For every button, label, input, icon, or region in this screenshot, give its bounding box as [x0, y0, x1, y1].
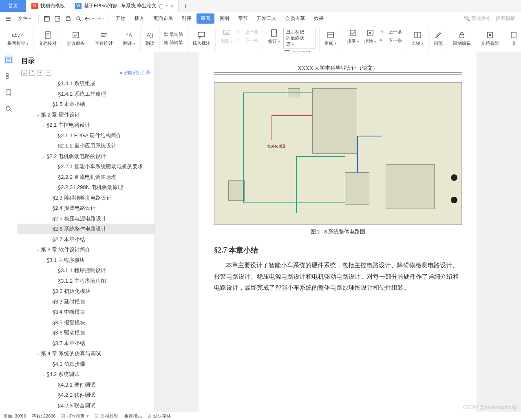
- toc-item[interactable]: ⌄第 2 章 硬件设计: [17, 110, 155, 120]
- menu-effects[interactable]: 效果: [310, 13, 328, 24]
- menu-devtools[interactable]: 开发工具: [253, 13, 280, 24]
- toc-item[interactable]: ⌄§4.2 系统调试: [17, 369, 155, 380]
- preview-icon[interactable]: [74, 14, 84, 24]
- translate-button[interactable]: ᵃA翻译: [121, 30, 137, 47]
- toc-item[interactable]: §1.4.1 系统组成: [17, 78, 155, 89]
- simp-to-trad-button[interactable]: 简 简转繁: [163, 39, 184, 46]
- menu-chapter[interactable]: 章节: [234, 13, 252, 24]
- status-compat[interactable]: 兼容模式: [124, 413, 142, 419]
- toc-item[interactable]: §3.4 中断模块: [17, 307, 155, 317]
- status-missingfont[interactable]: ⚠缺失字体: [148, 413, 171, 419]
- doc2-button[interactable]: 文: [508, 30, 520, 47]
- toc-minus[interactable]: −: [46, 70, 51, 76]
- review-pane-button[interactable]: 审阅: [323, 30, 338, 47]
- chevron-down-icon[interactable]: ⌄: [41, 153, 46, 159]
- close-icon[interactable]: ×: [170, 3, 173, 9]
- tab-document[interactable]: W 基于FPGA的智...车系统 毕业论文 ▢ • ×: [70, 0, 179, 12]
- toc-expand-all[interactable]: ⌃: [29, 70, 35, 76]
- read-button[interactable]: A))朗读: [144, 30, 156, 47]
- status-page[interactable]: 页面: 30/63: [3, 413, 26, 419]
- toc-item[interactable]: ⌄第 3 章 软件设计简介: [17, 244, 155, 255]
- toc-item[interactable]: ⌄第 4 章 系统的仿真与调试: [17, 348, 155, 359]
- redo-icon[interactable]: [95, 14, 105, 24]
- tab-actions-icon[interactable]: •: [166, 3, 168, 9]
- toc-item[interactable]: §3.5 报警模块: [17, 317, 155, 328]
- toc-item[interactable]: §1.5 本章小结: [17, 99, 155, 110]
- menu-ref[interactable]: 引用: [178, 13, 196, 24]
- status-doccheck[interactable]: ☑文档校对: [95, 413, 118, 419]
- toc-item[interactable]: §4.2.3 联合调试: [17, 400, 155, 411]
- status-spellcheck[interactable]: ☑拼写检查▾: [61, 413, 89, 419]
- menu-insert[interactable]: 插入: [130, 13, 148, 24]
- toc-plus[interactable]: +: [38, 70, 43, 76]
- next-comment-button[interactable]: ▹下一条: [236, 36, 259, 44]
- tab-home[interactable]: 首页: [0, 0, 26, 12]
- toc-item[interactable]: §2.6 系统整体电路设计: [17, 224, 155, 234]
- menu-layout[interactable]: 页面布局: [149, 13, 177, 24]
- toc-item[interactable]: §2.2.2 直流电机调速原理: [17, 172, 155, 183]
- toc-item[interactable]: ⌄§2.1 主控电路设计: [17, 120, 155, 130]
- restrict-button[interactable]: 限制编辑: [451, 30, 472, 47]
- menu-review[interactable]: 审阅: [196, 13, 214, 24]
- undo-icon[interactable]: [84, 14, 94, 24]
- menu-view[interactable]: 视图: [215, 13, 233, 24]
- bookmark-icon[interactable]: [4, 88, 13, 97]
- toc-item[interactable]: §4.2.1 硬件调试: [17, 380, 155, 390]
- wordcount-button[interactable]: 字数统计: [93, 30, 115, 47]
- prev-change-button[interactable]: ◃上一条: [380, 28, 403, 36]
- toc-item[interactable]: ⌄§2.2 电机驱动电路的设计: [17, 151, 155, 162]
- tab-new[interactable]: +: [179, 0, 192, 12]
- toc-item[interactable]: §4.1 仿真步骤: [17, 359, 155, 369]
- toc-item[interactable]: §2.1.1 FPGA 硬件结构简介: [17, 130, 155, 141]
- toc-item[interactable]: §3.2 初始化模块: [17, 286, 155, 297]
- toc-smart-recognize[interactable]: 智能识别目录: [120, 70, 150, 76]
- menu-file[interactable]: 文件: [14, 15, 35, 22]
- menu-start[interactable]: 开始: [112, 13, 130, 24]
- chevron-down-icon[interactable]: ⌄: [41, 257, 46, 263]
- approve-button[interactable]: 批改服务: [65, 30, 86, 47]
- save-as-icon[interactable]: [53, 14, 62, 24]
- chevron-down-icon[interactable]: ⌄: [35, 350, 41, 356]
- toc-item[interactable]: §3.7 本章小结: [17, 338, 155, 349]
- status-words[interactable]: 字数: 22896: [32, 413, 56, 419]
- trad-to-simp-button[interactable]: 繁 繁转简: [163, 31, 184, 38]
- toc-item[interactable]: §2.1.2 最小应用系统设计: [17, 141, 155, 151]
- chevron-down-icon[interactable]: ⌄: [35, 246, 41, 253]
- toc-item[interactable]: §2.5 稳压电源电路设计: [17, 213, 155, 224]
- search-input[interactable]: 查找命令、搜索模板: [461, 14, 518, 23]
- insert-comment-button[interactable]: 插入批注: [191, 30, 212, 47]
- doccheck-button[interactable]: 文档校对: [37, 30, 58, 47]
- next-change-button[interactable]: ▹下一条: [380, 36, 403, 44]
- accept-button[interactable]: 接受: [345, 28, 361, 45]
- toc-item[interactable]: §4.2.2 软件调试: [17, 390, 155, 400]
- pen-button[interactable]: 画笔: [432, 30, 444, 47]
- perm-button[interactable]: 文档权限: [479, 30, 501, 47]
- toc-item[interactable]: §2.7 本章小结: [17, 234, 155, 245]
- save-icon[interactable]: [42, 14, 52, 24]
- chevron-down-icon[interactable]: ⌄: [41, 122, 46, 128]
- spellcheck-button[interactable]: abc✓拼写检查: [6, 30, 30, 47]
- toc-item[interactable]: §2.4 报警电路设计: [17, 203, 155, 213]
- toc-item[interactable]: §2.2.1 智能小车系统驱动电机的要求: [17, 161, 155, 172]
- toc-item[interactable]: §2.2.3 L298N 电机驱动原理: [17, 182, 155, 193]
- print-icon[interactable]: [63, 14, 73, 24]
- prev-comment-button[interactable]: ◃上一条: [236, 28, 259, 36]
- document-viewport[interactable]: XXXX 大学本科毕业设计（论文） 红外传感器 图 2-: [155, 52, 521, 412]
- track-changes-button[interactable]: 修订: [266, 28, 282, 45]
- toc-collapse-all[interactable]: ⌄: [21, 70, 27, 76]
- toc-item[interactable]: §1.4.2 系统工作原理: [17, 89, 155, 99]
- hamburger-icon[interactable]: [3, 14, 13, 24]
- track-state-select[interactable]: 显示标记的最终状态: [283, 28, 316, 48]
- nav-icon[interactable]: [4, 72, 13, 81]
- toc-item[interactable]: §2.3 障碍物检测电路设计: [17, 193, 155, 203]
- toc-item[interactable]: §3.6 驱动模块: [17, 328, 155, 338]
- toc-item[interactable]: §3.3 延时模块: [17, 297, 155, 307]
- chevron-down-icon[interactable]: ⌄: [41, 371, 46, 377]
- tab-docker[interactable]: D 找稻壳模板: [26, 0, 70, 12]
- menu-members[interactable]: 会员专享: [281, 13, 309, 24]
- toc-item[interactable]: ⌄§3.1 主程序模块: [17, 255, 155, 266]
- delete-comment-button[interactable]: 删除: [219, 28, 234, 45]
- toc-icon[interactable]: [4, 55, 13, 64]
- chevron-down-icon[interactable]: ⌄: [35, 112, 41, 118]
- compare-button[interactable]: 比较: [410, 30, 425, 47]
